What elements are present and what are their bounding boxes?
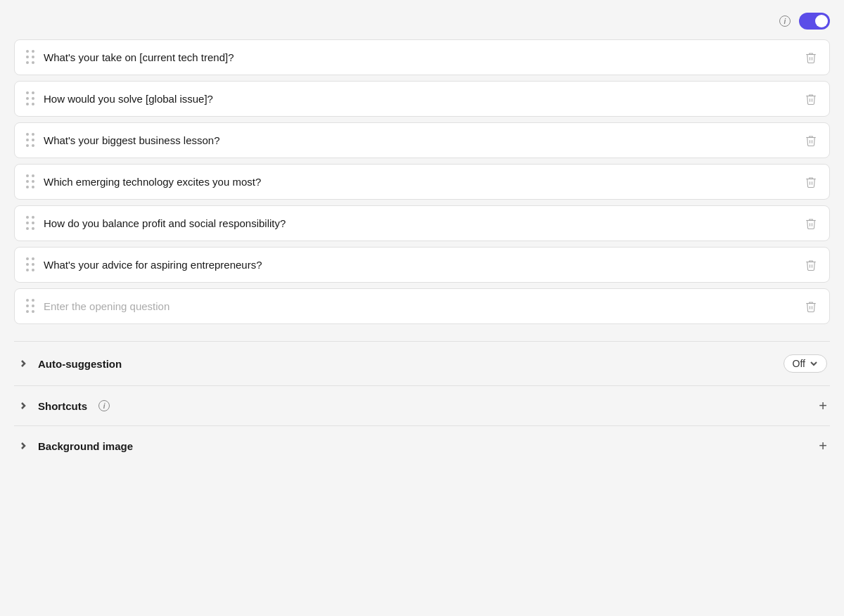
question-row: What's your biggest business lesson? bbox=[14, 122, 830, 158]
section-auto-suggestion: Auto-suggestionOff bbox=[14, 341, 830, 385]
question-text: How would you solve [global issue]? bbox=[44, 93, 795, 105]
collapsible-title: Shortcuts bbox=[38, 400, 87, 412]
main-container: i What's your take on [current tech tren… bbox=[0, 0, 844, 616]
delete-question-button[interactable] bbox=[804, 92, 818, 106]
question-text: How do you balance profit and social res… bbox=[44, 217, 795, 229]
show-all-toggle[interactable] bbox=[799, 13, 830, 30]
question-text: Which emerging technology excites you mo… bbox=[44, 176, 795, 188]
question-text: What's your biggest business lesson? bbox=[44, 134, 795, 146]
section-shortcuts: Shortcutsi+ bbox=[14, 385, 830, 425]
question-row: Which emerging technology excites you mo… bbox=[14, 164, 830, 200]
collapsible-left: Auto-suggestion bbox=[17, 357, 122, 370]
chevron-right-icon bbox=[17, 357, 30, 370]
section-header: i bbox=[14, 13, 830, 30]
question-text[interactable]: Enter the opening question bbox=[44, 300, 795, 312]
section-info-icon: i bbox=[98, 400, 110, 411]
delete-question-button[interactable] bbox=[804, 51, 818, 65]
drag-handle[interactable] bbox=[26, 174, 35, 189]
question-row: What's your take on [current tech trend]… bbox=[14, 39, 830, 75]
drag-handle[interactable] bbox=[26, 299, 35, 314]
dropdown-value: Off bbox=[793, 358, 805, 369]
collapsible-left: Shortcutsi bbox=[17, 399, 110, 412]
question-row: How would you solve [global issue]? bbox=[14, 81, 830, 117]
show-all-info-icon: i bbox=[779, 15, 791, 27]
section-background-image-header[interactable]: Background image+ bbox=[14, 426, 830, 466]
section-background-image: Background image+ bbox=[14, 425, 830, 466]
collapsible-right: + bbox=[819, 439, 827, 453]
chevron-right-icon bbox=[17, 439, 30, 452]
delete-question-button[interactable] bbox=[804, 300, 818, 314]
collapsible-left: Background image bbox=[17, 439, 133, 452]
chevron-down-icon bbox=[810, 359, 818, 368]
delete-question-button[interactable] bbox=[804, 175, 818, 189]
collapsible-title: Background image bbox=[38, 440, 133, 452]
chevron-right-icon bbox=[17, 399, 30, 412]
question-text: What's your advice for aspiring entrepre… bbox=[44, 259, 795, 271]
question-row: Enter the opening question bbox=[14, 288, 830, 324]
collapsible-right: + bbox=[819, 399, 827, 413]
question-text: What's your take on [current tech trend]… bbox=[44, 51, 795, 63]
add-button[interactable]: + bbox=[819, 439, 827, 453]
drag-handle[interactable] bbox=[26, 91, 35, 106]
drag-handle[interactable] bbox=[26, 216, 35, 231]
section-auto-suggestion-header[interactable]: Auto-suggestionOff bbox=[14, 342, 830, 385]
status-dropdown[interactable]: Off bbox=[784, 354, 827, 373]
drag-handle[interactable] bbox=[26, 133, 35, 148]
collapsible-sections: Auto-suggestionOff Shortcutsi+Background… bbox=[14, 341, 830, 466]
questions-list: What's your take on [current tech trend]… bbox=[14, 39, 830, 324]
delete-question-button[interactable] bbox=[804, 258, 818, 272]
drag-handle[interactable] bbox=[26, 50, 35, 65]
delete-question-button[interactable] bbox=[804, 217, 818, 231]
collapsible-right: Off bbox=[784, 354, 827, 373]
section-shortcuts-header[interactable]: Shortcutsi+ bbox=[14, 386, 830, 425]
delete-question-button[interactable] bbox=[804, 134, 818, 148]
collapsible-title: Auto-suggestion bbox=[38, 358, 122, 370]
add-button[interactable]: + bbox=[819, 399, 827, 413]
question-row: How do you balance profit and social res… bbox=[14, 205, 830, 241]
drag-handle[interactable] bbox=[26, 257, 35, 272]
show-all-group: i bbox=[779, 13, 830, 30]
question-row: What's your advice for aspiring entrepre… bbox=[14, 247, 830, 283]
